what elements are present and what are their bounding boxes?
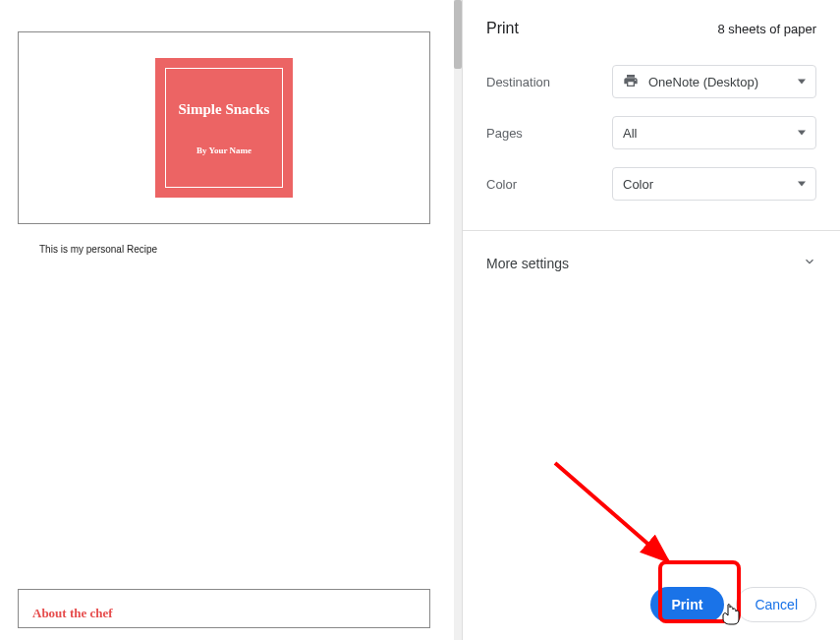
print-dialog-title: Print <box>486 20 519 37</box>
more-settings-toggle[interactable]: More settings <box>486 251 816 275</box>
printer-icon <box>623 73 639 91</box>
destination-value: OneNote (Desktop) <box>648 75 758 89</box>
color-value: Color <box>623 177 653 192</box>
cancel-button[interactable]: Cancel <box>736 587 816 622</box>
color-select[interactable]: Color <box>612 167 816 201</box>
destination-label: Destination <box>486 75 612 89</box>
print-button[interactable]: Print <box>650 587 725 622</box>
sheet-count: 8 sheets of paper <box>718 22 816 36</box>
about-chef-heading: About the chef <box>32 606 429 621</box>
pages-label: Pages <box>486 126 612 141</box>
color-label: Color <box>486 177 612 192</box>
preview-scrollbar-thumb[interactable] <box>454 0 462 69</box>
destination-select[interactable]: OneNote (Desktop) <box>612 65 816 98</box>
pages-value: All <box>623 126 637 141</box>
print-settings-pane: Print 8 sheets of paper Destination OneN… <box>462 0 840 640</box>
more-settings-label: More settings <box>486 256 569 271</box>
preview-page-1: Simple Snacks By Your Name <box>18 31 430 224</box>
book-author: By Your Name <box>196 145 252 155</box>
book-title: Simple Snacks <box>179 101 270 118</box>
preview-scrollbar-track[interactable] <box>454 0 462 640</box>
book-cover: Simple Snacks By Your Name <box>155 58 293 198</box>
print-preview-pane: Simple Snacks By Your Name This is my pe… <box>0 0 462 640</box>
preview-page-2: About the chef <box>18 589 430 628</box>
chevron-down-icon <box>803 255 816 271</box>
pages-select[interactable]: All <box>612 116 816 149</box>
preview-caption: This is my personal Recipe <box>39 244 462 255</box>
divider <box>463 230 840 231</box>
